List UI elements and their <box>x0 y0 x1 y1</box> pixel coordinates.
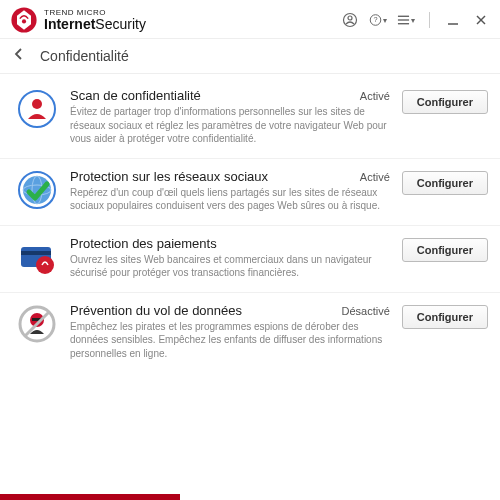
svg-point-3 <box>348 16 352 20</box>
configure-button[interactable]: Configurer <box>402 171 488 195</box>
back-button[interactable] <box>12 47 26 65</box>
row-social-protection: Protection sur les réseaux sociaux Activ… <box>0 159 500 226</box>
row-privacy-scan: Scan de confidentialité Activé Évitez de… <box>0 78 500 159</box>
svg-rect-19 <box>21 251 51 255</box>
titlebar-actions: ?▾ ▾ <box>341 11 490 29</box>
configure-button[interactable]: Configurer <box>402 90 488 114</box>
row-body: Protection sur les réseaux sociaux Activ… <box>70 169 390 213</box>
close-button[interactable] <box>472 11 490 29</box>
row-desc: Ouvrez les sites Web bancaires et commer… <box>70 253 390 280</box>
row-status: Activé <box>360 90 390 102</box>
minimize-button[interactable] <box>444 11 462 29</box>
svg-point-15 <box>23 176 51 204</box>
row-title: Scan de confidentialité <box>70 88 352 103</box>
row-title: Prévention du vol de données <box>70 303 333 318</box>
brand-logo <box>10 6 38 34</box>
payment-protection-icon <box>16 236 58 278</box>
help-icon[interactable]: ?▾ <box>369 11 387 29</box>
titlebar-separator <box>429 12 430 28</box>
privacy-scan-icon <box>16 88 58 130</box>
page-title: Confidentialité <box>40 48 129 64</box>
data-theft-prevention-icon <box>16 303 58 345</box>
svg-point-13 <box>32 99 42 109</box>
menu-icon[interactable]: ▾ <box>397 11 415 29</box>
row-desc: Repérez d'un coup d'œil quels liens part… <box>70 186 390 213</box>
row-body: Prévention du vol de données Désactivé E… <box>70 303 390 361</box>
row-body: Protection des paiements Ouvrez les site… <box>70 236 390 280</box>
row-title: Protection des paiements <box>70 236 382 251</box>
svg-point-20 <box>36 256 54 274</box>
row-desc: Évitez de partager trop d'informations p… <box>70 105 390 146</box>
row-data-theft-prevention: Prévention du vol de données Désactivé E… <box>0 293 500 373</box>
svg-text:?: ? <box>373 15 377 24</box>
row-status: Activé <box>360 171 390 183</box>
row-desc: Empêchez les pirates et les programmes e… <box>70 320 390 361</box>
configure-button[interactable]: Configurer <box>402 238 488 262</box>
social-protection-icon <box>16 169 58 211</box>
row-title: Protection sur les réseaux sociaux <box>70 169 352 184</box>
row-status: Désactivé <box>341 305 389 317</box>
row-body: Scan de confidentialité Activé Évitez de… <box>70 88 390 146</box>
user-icon[interactable] <box>341 11 359 29</box>
subheader: Confidentialité <box>0 39 500 74</box>
settings-list: Scan de confidentialité Activé Évitez de… <box>0 74 500 372</box>
brand-text: TREND MICRO InternetSecurity <box>44 9 146 31</box>
row-payment-protection: Protection des paiements Ouvrez les site… <box>0 226 500 293</box>
footer-accent <box>0 494 500 500</box>
brand-main: InternetSecurity <box>44 17 146 31</box>
titlebar: TREND MICRO InternetSecurity ?▾ ▾ <box>0 0 500 39</box>
configure-button[interactable]: Configurer <box>402 305 488 329</box>
svg-point-1 <box>22 19 26 23</box>
